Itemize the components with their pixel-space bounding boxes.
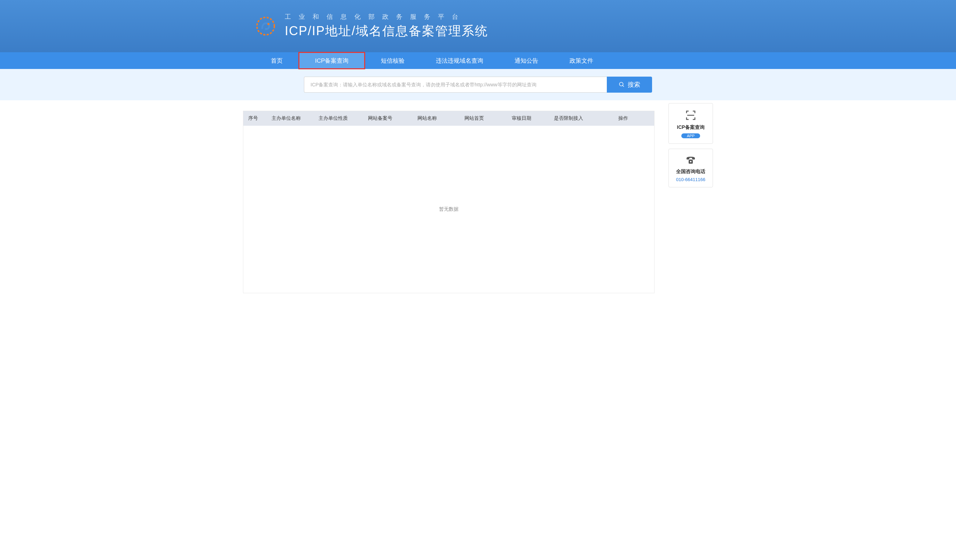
th-org-type: 主办单位性质 bbox=[310, 115, 357, 121]
sidebar-phone-card: 全国咨询电话 010-66411166 bbox=[668, 149, 713, 187]
empty-state-text: 暂无数据 bbox=[439, 206, 459, 212]
sidebar-phone-number: 010-66411166 bbox=[671, 177, 710, 182]
scan-icon bbox=[671, 110, 710, 121]
page-header: 工业和信息化部政务服务平台 ICP/IP地址/域名信息备案管理系统 bbox=[0, 0, 956, 52]
th-org-name: 主办单位名称 bbox=[263, 115, 310, 121]
search-section: 搜索 bbox=[0, 69, 956, 100]
svg-line-3 bbox=[623, 85, 624, 87]
svg-point-0 bbox=[257, 17, 274, 35]
search-button-label: 搜索 bbox=[628, 80, 640, 89]
header-title: ICP/IP地址/域名信息备案管理系统 bbox=[285, 23, 488, 40]
sidebar-app-title: ICP备案查询 bbox=[671, 124, 710, 131]
nav-item-announcements[interactable]: 通知公告 bbox=[499, 52, 554, 69]
results-table: 序号 主办单位名称 主办单位性质 网站备案号 网站名称 网站首页 审核日期 是否… bbox=[243, 111, 654, 293]
sidebar-app-card[interactable]: ICP备案查询 APP bbox=[668, 103, 713, 144]
svg-point-2 bbox=[620, 82, 623, 86]
th-index: 序号 bbox=[243, 115, 263, 121]
nav-item-illegal-domain[interactable]: 违法违规域名查询 bbox=[420, 52, 499, 69]
search-input[interactable] bbox=[304, 77, 607, 93]
th-review-date: 审核日期 bbox=[498, 115, 545, 121]
header-subtitle: 工业和信息化部政务服务平台 bbox=[285, 13, 488, 21]
sidebar-phone-title: 全国咨询电话 bbox=[671, 168, 710, 175]
th-record-no: 网站备案号 bbox=[357, 115, 404, 121]
nav-item-home[interactable]: 首页 bbox=[255, 52, 298, 69]
svg-point-5 bbox=[690, 161, 692, 162]
nav-item-sms-verify[interactable]: 短信核验 bbox=[365, 52, 420, 69]
th-site-home: 网站首页 bbox=[451, 115, 498, 121]
table-header-row: 序号 主办单位名称 主办单位性质 网站备案号 网站名称 网站首页 审核日期 是否… bbox=[243, 111, 654, 126]
th-site-name: 网站名称 bbox=[404, 115, 451, 121]
nav-item-icp-query[interactable]: ICP备案查询 bbox=[298, 52, 365, 69]
table-body: 暂无数据 bbox=[243, 126, 654, 293]
phone-icon bbox=[671, 155, 710, 165]
sidebar-app-badge: APP bbox=[681, 134, 700, 138]
svg-point-1 bbox=[267, 23, 269, 25]
nav-item-policy[interactable]: 政策文件 bbox=[554, 52, 609, 69]
main-nav: 首页 ICP备案查询 短信核验 违法违规域名查询 通知公告 政策文件 bbox=[0, 52, 956, 69]
search-button[interactable]: 搜索 bbox=[607, 77, 652, 93]
sidebar: ICP备案查询 APP 全国咨询电话 010-66411166 bbox=[668, 103, 713, 192]
th-restricted: 是否限制接入 bbox=[545, 115, 592, 121]
th-action: 操作 bbox=[592, 115, 654, 121]
search-icon bbox=[619, 82, 625, 88]
logo-icon bbox=[255, 16, 276, 36]
